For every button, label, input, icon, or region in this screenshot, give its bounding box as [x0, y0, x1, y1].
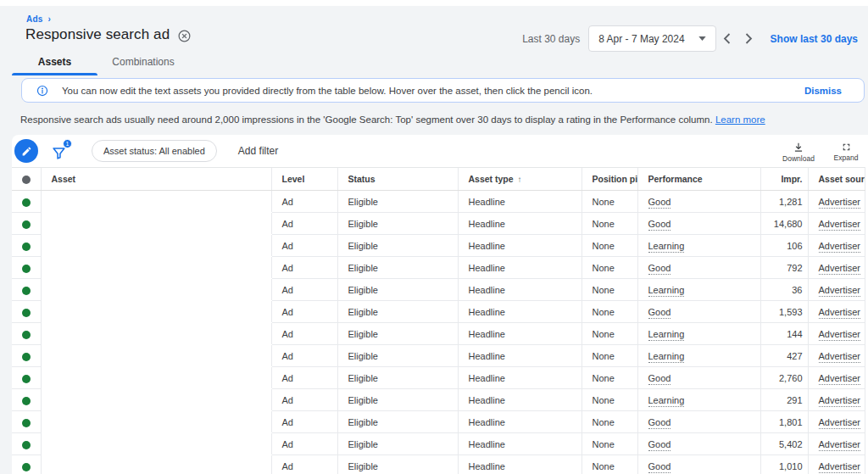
filter-funnel-button[interactable]: 1	[51, 141, 70, 161]
enabled-status-dot[interactable]	[22, 198, 31, 207]
performance-cell: Good	[637, 191, 760, 213]
dismiss-button[interactable]: Dismiss	[804, 86, 842, 96]
performance-cell: Learning	[637, 279, 760, 301]
performance-value[interactable]: Good	[648, 219, 671, 231]
performance-value[interactable]: Learning	[648, 329, 685, 341]
notice-text: Responsive search ads usually need aroun…	[20, 114, 713, 125]
column-header-asset-type[interactable]: Asset type↑	[458, 168, 581, 191]
asset-source-value[interactable]: Advertiser	[819, 373, 861, 385]
asset-source-value[interactable]: Advertiser	[819, 219, 861, 231]
asset-type-cell: Headline	[458, 235, 581, 257]
asset-source-value[interactable]: Advertiser	[819, 395, 861, 407]
performance-value[interactable]: Good	[648, 263, 671, 275]
tab-assets[interactable]: Assets	[12, 52, 97, 74]
performance-value[interactable]: Learning	[648, 285, 685, 297]
asset-source-value[interactable]: Advertiser	[819, 417, 861, 429]
column-header-performance[interactable]: Performance	[637, 168, 760, 191]
level-cell: Ad	[271, 389, 337, 411]
download-button[interactable]: Download	[778, 140, 819, 163]
performance-value[interactable]: Good	[648, 307, 671, 319]
enabled-status-dot[interactable]	[22, 397, 31, 405]
status-cell: Eligible	[337, 301, 458, 323]
column-header-level[interactable]: Level	[271, 168, 337, 191]
enabled-status-dot[interactable]	[22, 265, 31, 273]
asset-source-value[interactable]: Advertiser	[819, 197, 861, 209]
asset-source-value[interactable]: Advertiser	[819, 351, 861, 363]
page-title: Responsive search ad	[25, 26, 170, 43]
breadcrumb-ads-link[interactable]: Ads	[26, 14, 43, 24]
assets-table-card: 1 Asset status: All enabled Add filter D…	[12, 135, 868, 474]
position-pinning-cell: None	[581, 301, 637, 323]
level-cell: Ad	[271, 323, 337, 345]
column-header-position-pinning[interactable]: Position pinning	[581, 168, 637, 191]
enabled-status-dot[interactable]	[22, 220, 31, 229]
asset-cell[interactable]	[41, 257, 271, 279]
next-period-button[interactable]	[738, 28, 760, 50]
status-cell: Eligible	[337, 279, 458, 301]
column-header-impressions[interactable]: Impr.	[760, 168, 808, 191]
enabled-status-dot[interactable]	[22, 331, 31, 339]
asset-cell[interactable]	[41, 411, 271, 433]
asset-cell[interactable]	[41, 301, 271, 323]
asset-cell[interactable]	[41, 433, 271, 455]
asset-source-value[interactable]: Advertiser	[819, 461, 861, 473]
show-last-30-days-link[interactable]: Show last 30 days	[771, 33, 858, 45]
asset-status-filter-chip[interactable]: Asset status: All enabled	[92, 140, 217, 162]
status-cell: Eligible	[337, 367, 458, 389]
enabled-status-dot[interactable]	[22, 243, 31, 251]
performance-value[interactable]: Good	[648, 197, 671, 209]
edit-pencil-button[interactable]	[14, 139, 38, 163]
enabled-status-dot[interactable]	[22, 441, 31, 449]
performance-value[interactable]: Good	[648, 461, 671, 473]
enabled-status-dot[interactable]	[22, 375, 31, 383]
status-dot-cell	[12, 279, 41, 301]
previous-period-button[interactable]	[716, 28, 738, 50]
performance-value[interactable]: Learning	[648, 351, 685, 363]
asset-cell[interactable]	[41, 323, 271, 345]
enabled-status-dot[interactable]	[22, 463, 31, 471]
asset-source-value[interactable]: Advertiser	[819, 263, 861, 275]
column-header-asset[interactable]: Asset	[41, 168, 271, 191]
performance-value[interactable]: Good	[648, 417, 671, 429]
remove-filter-icon[interactable]	[177, 29, 192, 43]
asset-cell[interactable]	[41, 235, 271, 257]
column-header-asset-source[interactable]: Asset source	[808, 168, 865, 191]
position-pinning-cell: None	[581, 235, 637, 257]
asset-source-value[interactable]: Advertiser	[819, 329, 861, 341]
asset-cell[interactable]	[41, 367, 271, 389]
enabled-status-dot[interactable]	[22, 353, 31, 361]
level-cell: Ad	[271, 433, 337, 455]
learn-more-link[interactable]: Learn more	[715, 114, 765, 125]
table-row: AdEligibleHeadlineNoneGood1,010Advertise…	[12, 455, 865, 474]
tab-combinations[interactable]: Combinations	[97, 52, 189, 74]
asset-source-value[interactable]: Advertiser	[819, 307, 861, 319]
asset-cell[interactable]	[41, 279, 271, 301]
asset-cell[interactable]	[41, 455, 271, 474]
column-header-status[interactable]: Status	[337, 168, 458, 191]
performance-value[interactable]: Good	[648, 373, 671, 385]
breadcrumb[interactable]: Ads ›	[26, 14, 51, 24]
asset-source-value[interactable]: Advertiser	[819, 241, 861, 253]
enabled-status-dot[interactable]	[22, 419, 31, 427]
asset-source-value[interactable]: Advertiser	[819, 439, 861, 451]
asset-cell[interactable]	[41, 191, 271, 213]
date-range-dropdown[interactable]: 8 Apr - 7 May 2024	[588, 25, 715, 52]
enabled-status-dot[interactable]	[22, 309, 31, 317]
download-icon	[793, 142, 804, 153]
performance-value[interactable]: Learning	[648, 395, 685, 407]
performance-value[interactable]: Learning	[648, 241, 685, 253]
asset-type-cell: Headline	[458, 345, 581, 367]
status-dot-cell	[12, 367, 41, 389]
expand-button[interactable]: Expand	[826, 140, 866, 163]
table-row: AdEligibleHeadlineNoneGood1,281Advertise…	[12, 191, 865, 213]
performance-value[interactable]: Good	[648, 439, 671, 451]
table-row: AdEligibleHeadlineNoneGood2,760Advertise…	[12, 367, 865, 389]
position-pinning-cell: None	[581, 345, 637, 367]
asset-cell[interactable]	[41, 389, 271, 411]
asset-source-value[interactable]: Advertiser	[819, 285, 861, 297]
status-dot-cell	[12, 235, 41, 257]
add-filter-button[interactable]: Add filter	[238, 145, 278, 157]
enabled-status-dot[interactable]	[22, 287, 31, 295]
asset-cell[interactable]	[41, 213, 271, 235]
asset-cell[interactable]	[41, 345, 271, 367]
